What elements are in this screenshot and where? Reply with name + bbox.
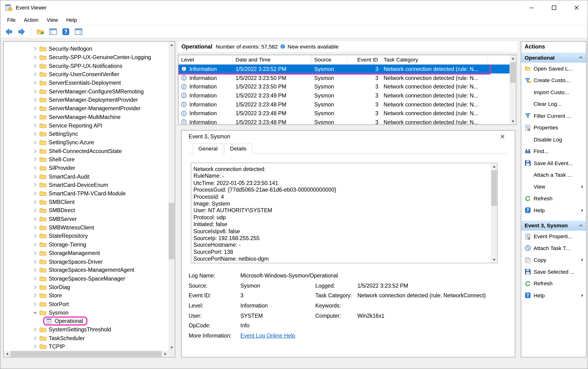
chevron-right-icon[interactable] (32, 300, 38, 308)
action-item-clear-log[interactable]: Clear Log... (521, 98, 586, 110)
scroll-up-button[interactable] (491, 163, 497, 170)
scroll-up-button[interactable] (168, 42, 175, 48)
event-row[interactable]: Information1/5/2022 3:23:48 PMSysmon3Net… (179, 118, 510, 124)
tree-item-silprovider[interactable]: SilProvider (4, 164, 168, 172)
tree-item-storagemanagement[interactable]: StorageManagement (4, 249, 168, 257)
action-item-help[interactable]: Help (521, 289, 586, 301)
chevron-down-icon[interactable] (32, 308, 38, 317)
chevron-right-icon[interactable] (32, 96, 38, 104)
action-item-create-custo[interactable]: Create Custo... (521, 74, 586, 86)
action-item-copy[interactable]: Copy (521, 254, 586, 266)
action-item-view[interactable]: View (521, 181, 586, 193)
tree-item-tcpip[interactable]: TCPIP (4, 342, 168, 351)
tree-item-storport[interactable]: StorPort (4, 300, 168, 308)
tab-details[interactable]: Details (224, 144, 252, 154)
scroll-down-button[interactable] (510, 118, 516, 124)
chevron-right-icon[interactable] (32, 70, 38, 79)
event-row[interactable]: Information1/5/2022 3:23:49 PMSysmon3Net… (179, 91, 510, 100)
chevron-right-icon[interactable] (32, 326, 38, 334)
show-action-pane-button[interactable] (73, 27, 84, 37)
tree-item-servermanager-managementprovider[interactable]: ServerManager-ManagementProvider (4, 104, 168, 113)
chevron-right-icon[interactable] (32, 206, 38, 215)
chevron-right-icon[interactable] (32, 172, 38, 181)
chevron-right-icon[interactable] (32, 138, 38, 147)
chevron-right-icon[interactable] (32, 164, 38, 172)
action-item-refresh[interactable]: Refresh (521, 193, 586, 204)
actions-section-header-operational[interactable]: Operational (521, 52, 586, 62)
chevron-right-icon[interactable] (32, 249, 38, 257)
tree-item-smartcard-audit[interactable]: SmartCard-Audit (4, 172, 168, 181)
chevron-right-icon[interactable] (32, 257, 38, 266)
action-item-properties[interactable]: Properties (521, 122, 586, 133)
close-button[interactable] (565, 0, 588, 15)
tree-item-service-reporting-api[interactable]: Service Reporting API (4, 121, 168, 130)
chevron-right-icon[interactable] (32, 334, 38, 342)
column-header-task-category[interactable]: Task Category (381, 55, 488, 64)
chevron-right-icon[interactable] (32, 155, 38, 164)
tree-item-servermanager-configuresmremoting[interactable]: ServerManager-ConfigureSMRemoting (4, 87, 168, 96)
tree-item-storage-tiering[interactable]: Storage-Tiering (4, 240, 168, 249)
column-header-date-and-time[interactable]: Date and Time (233, 55, 312, 64)
event-row[interactable]: Information1/5/2022 3:23:48 PMSysmon3Net… (179, 109, 510, 118)
chevron-right-icon[interactable] (32, 53, 38, 62)
chevron-right-icon[interactable] (32, 215, 38, 223)
collapse-section-button[interactable] (579, 56, 583, 59)
tree-horizontal-scrollbar[interactable] (4, 350, 168, 357)
chevron-right-icon[interactable] (32, 223, 38, 232)
scrollbar-thumb[interactable] (491, 170, 497, 206)
tree-item-settingsync[interactable]: SettingSync (4, 130, 168, 138)
action-item-help[interactable]: Help (521, 204, 586, 216)
back-button[interactable] (4, 27, 14, 37)
chevron-right-icon[interactable] (32, 45, 38, 53)
action-item-disable-log[interactable]: Disable Log (521, 133, 586, 145)
tab-general[interactable]: General (193, 143, 223, 154)
menu-view[interactable]: View (42, 15, 62, 24)
chevron-right-icon[interactable] (32, 62, 38, 70)
event-row[interactable]: Information1/5/2022 3:23:50 PMSysmon3Net… (179, 73, 510, 82)
open-saved-log-button[interactable] (35, 27, 45, 37)
action-item-save-all-event[interactable]: Save All Event... (521, 157, 586, 169)
tree-item-operational[interactable]: Operational (4, 317, 168, 326)
tree-item-shell-core[interactable]: Shell-Core (4, 155, 168, 164)
minimize-button[interactable] (520, 0, 543, 15)
chevron-right-icon[interactable] (32, 189, 38, 198)
show-console-tree-button[interactable] (48, 27, 58, 37)
tree-item-security-netlogon[interactable]: Security-Netlogon (4, 45, 168, 53)
scrollbar-thumb[interactable] (169, 203, 174, 259)
chevron-right-icon[interactable] (32, 266, 38, 274)
menu-help[interactable]: Help (62, 15, 81, 24)
action-item-attach-task-t[interactable]: Attach Task T... (521, 242, 586, 254)
menu-file[interactable]: File (3, 15, 20, 24)
chevron-right-icon[interactable] (32, 121, 38, 130)
tree-item-smbserver[interactable]: SMBServer (4, 215, 168, 223)
tree-item-storagespaces-driver[interactable]: StorageSpaces-Driver (4, 257, 168, 266)
tree-item-sysmon[interactable]: Sysmon (4, 308, 168, 317)
general-vertical-scrollbar[interactable] (491, 163, 497, 263)
tree-item-smbdirect[interactable]: SMBDirect (4, 206, 168, 215)
tree-item-stordiag[interactable]: StorDiag (4, 283, 168, 291)
action-item-event-properti[interactable]: Event Properti... (521, 230, 586, 242)
chevron-right-icon[interactable] (32, 283, 38, 291)
tree-item-storagespaces-managementagent[interactable]: StorageSpaces-ManagementAgent (4, 266, 168, 274)
action-item-import-custo[interactable]: Import Custo... (521, 86, 586, 98)
event-log-online-help-link[interactable]: Event Log Online Help (240, 333, 498, 338)
chevron-right-icon[interactable] (32, 113, 38, 121)
tree-item-storagespaces-spacemanager[interactable]: StorageSpaces-SpaceManager (4, 274, 168, 283)
event-row[interactable]: Information1/5/2022 3:23:48 PMSysmon3Net… (179, 100, 510, 109)
chevron-right-icon[interactable] (32, 198, 38, 206)
chevron-right-icon[interactable] (32, 79, 38, 87)
scroll-left-button[interactable] (4, 350, 10, 357)
tree-item-taskscheduler[interactable]: TaskScheduler (4, 334, 168, 342)
chevron-right-icon[interactable] (32, 291, 38, 300)
column-header-event-id[interactable]: Event ID (347, 55, 381, 64)
tree-item-smartcard-tpm-vcard-module[interactable]: SmartCard-TPM-VCard-Module (4, 189, 168, 198)
chevron-right-icon[interactable] (32, 130, 38, 138)
action-item-save-selected[interactable]: Save Selected ... (521, 266, 586, 278)
action-item-find[interactable]: Find... (521, 145, 586, 157)
help-button[interactable] (61, 27, 71, 37)
scrollbar-thumb[interactable] (510, 62, 516, 83)
chevron-right-icon[interactable] (32, 232, 38, 240)
column-header-source[interactable]: Source (312, 55, 347, 64)
scrollbar-thumb[interactable] (10, 351, 162, 357)
forward-button[interactable] (17, 27, 27, 37)
